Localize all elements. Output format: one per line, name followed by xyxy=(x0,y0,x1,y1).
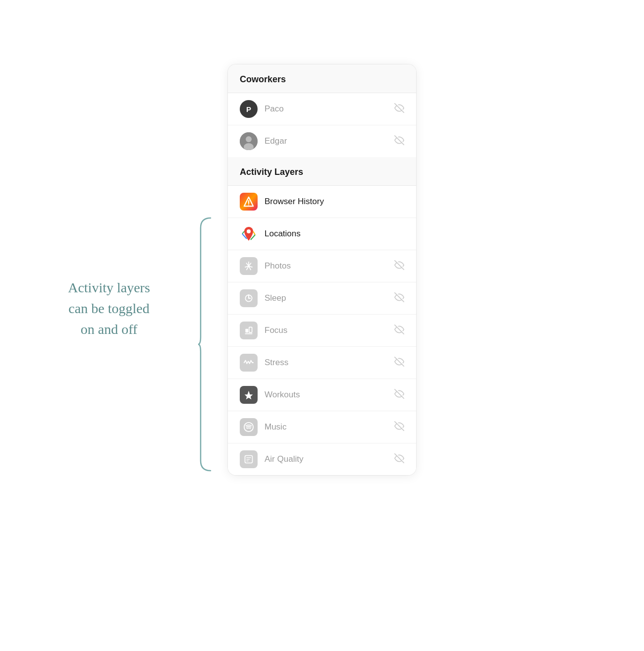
activity-item-locations[interactable]: Locations xyxy=(228,218,416,250)
svg-rect-19 xyxy=(245,329,248,333)
activity-name-photos: Photos xyxy=(265,261,394,271)
visibility-off-icon-music[interactable] xyxy=(394,421,404,434)
svg-point-7 xyxy=(248,205,249,206)
visibility-off-icon-stress[interactable] xyxy=(394,357,404,369)
coworker-name-edgar: Edgar xyxy=(265,136,394,146)
svg-point-9 xyxy=(247,229,251,233)
activity-name-browser: Browser History xyxy=(265,197,404,207)
activity-name-workouts: Workouts xyxy=(265,390,394,400)
activity-layers-section-header: Activity Layers xyxy=(228,157,416,186)
locations-icon xyxy=(240,225,258,243)
coworker-item-paco[interactable]: P Paco xyxy=(228,93,416,125)
svg-rect-20 xyxy=(249,327,252,332)
activity-item-air-quality[interactable]: Air Quality xyxy=(228,443,416,475)
activity-item-focus[interactable]: Focus xyxy=(228,315,416,347)
visibility-off-icon-sleep[interactable] xyxy=(394,292,404,305)
annotation-text: Activity layers can be toggled on and of… xyxy=(40,277,178,340)
avatar-paco: P xyxy=(240,100,258,118)
activity-layers-list: Browser History Locations xyxy=(228,186,416,475)
stress-icon xyxy=(240,354,258,372)
sleep-icon xyxy=(240,289,258,307)
activity-name-stress: Stress xyxy=(265,358,394,368)
activity-name-sleep: Sleep xyxy=(265,293,394,303)
activity-item-browser[interactable]: Browser History xyxy=(228,186,416,218)
bracket-decoration xyxy=(196,213,215,476)
visibility-off-icon-workouts[interactable] xyxy=(394,389,404,401)
visibility-off-icon-edgar[interactable] xyxy=(394,135,404,148)
focus-icon xyxy=(240,322,258,339)
visibility-off-icon-focus[interactable] xyxy=(394,325,404,337)
visibility-off-icon-photos[interactable] xyxy=(394,260,404,272)
activity-name-focus: Focus xyxy=(265,326,394,335)
activity-item-sleep[interactable]: Sleep xyxy=(228,282,416,315)
coworkers-list: P Paco Edgar xyxy=(228,93,416,157)
visibility-off-icon-paco[interactable] xyxy=(394,103,404,115)
coworkers-section-header: Coworkers xyxy=(228,64,416,93)
music-icon xyxy=(240,418,258,436)
browser-history-icon xyxy=(240,193,258,211)
activity-item-stress[interactable]: Stress xyxy=(228,347,416,379)
activity-name-air-quality: Air Quality xyxy=(265,454,394,464)
air-quality-icon xyxy=(240,450,258,468)
panel: Coworkers P Paco xyxy=(228,64,416,475)
coworker-name-paco: Paco xyxy=(265,104,394,114)
coworkers-title: Coworkers xyxy=(240,74,404,85)
visibility-off-icon-air-quality[interactable] xyxy=(394,453,404,466)
coworker-item-edgar[interactable]: Edgar xyxy=(228,125,416,157)
svg-point-26 xyxy=(244,423,253,432)
svg-point-2 xyxy=(246,136,252,142)
activity-name-music: Music xyxy=(265,422,394,432)
activity-item-photos[interactable]: Photos xyxy=(228,250,416,282)
workouts-icon xyxy=(240,386,258,404)
photos-icon xyxy=(240,257,258,275)
activity-item-workouts[interactable]: Workouts xyxy=(228,379,416,411)
activity-layers-title: Activity Layers xyxy=(240,167,404,177)
avatar-edgar xyxy=(240,132,258,150)
activity-name-locations: Locations xyxy=(265,229,404,239)
svg-marker-24 xyxy=(245,391,253,400)
activity-item-music[interactable]: Music xyxy=(228,411,416,443)
